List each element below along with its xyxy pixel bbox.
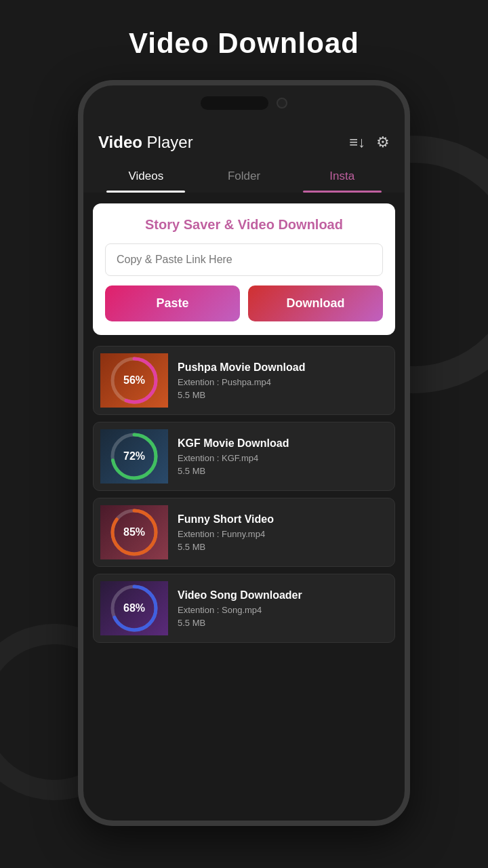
sort-icon[interactable]: ≡↓ [349, 134, 365, 151]
tab-bar: Videos Folder Insta [83, 160, 405, 193]
download-title: Funny Short Video [178, 513, 385, 526]
phone-screen: Video Player ≡↓ ⚙ Videos Folder Insta St… [83, 121, 405, 821]
download-item[interactable]: 68% Video Song Downloader Extention : So… [93, 574, 395, 643]
app-title: Video Player [98, 133, 193, 152]
header-icons: ≡↓ ⚙ [349, 134, 390, 151]
download-item[interactable]: 85% Funny Short Video Extention : Funny.… [93, 498, 395, 567]
download-size: 5.5 MB [178, 466, 385, 476]
page-title: Video Download [129, 27, 359, 60]
app-title-regular: Player [142, 133, 193, 151]
settings-icon[interactable]: ⚙ [376, 134, 390, 151]
download-title: Pushpa Movie Download [178, 361, 385, 374]
app-title-bold: Video [98, 133, 142, 151]
progress-percent: 56% [123, 374, 145, 387]
phone-notch [83, 85, 405, 121]
story-saver-card: Story Saver & Video Download Paste Downl… [93, 203, 395, 335]
download-size: 5.5 MB [178, 542, 385, 552]
download-title: Video Song Downloader [178, 589, 385, 601]
download-extension: Extention : Song.mp4 [178, 605, 385, 615]
paste-link-input[interactable] [105, 243, 383, 276]
download-info: Video Song Downloader Extention : Song.m… [178, 589, 385, 628]
tab-videos[interactable]: Videos [97, 160, 195, 193]
download-extension: Extention : Funny.mp4 [178, 529, 385, 539]
progress-thumb: 56% [100, 353, 168, 408]
download-info: Funny Short Video Extention : Funny.mp4 … [178, 513, 385, 552]
progress-thumb: 72% [100, 429, 168, 484]
paste-button[interactable]: Paste [105, 285, 240, 321]
progress-thumb: 85% [100, 505, 168, 559]
action-buttons: Paste Download [105, 285, 383, 321]
progress-percent: 85% [123, 526, 145, 538]
download-size: 5.5 MB [178, 390, 385, 400]
tab-insta[interactable]: Insta [293, 160, 391, 193]
download-extension: Extention : Pushpa.mp4 [178, 377, 385, 387]
progress-thumb: 68% [100, 581, 168, 635]
notch-pill [201, 96, 268, 110]
download-item[interactable]: 72% KGF Movie Download Extention : KGF.m… [93, 422, 395, 491]
download-info: Pushpa Movie Download Extention : Pushpa… [178, 361, 385, 400]
download-list: 56% Pushpa Movie Download Extention : Pu… [83, 346, 405, 656]
download-info: KGF Movie Download Extention : KGF.mp4 5… [178, 437, 385, 476]
story-title-part1: Story Saver [145, 217, 220, 232]
phone-frame: Video Player ≡↓ ⚙ Videos Folder Insta St… [78, 80, 410, 826]
download-title: KGF Movie Download [178, 437, 385, 450]
notch-camera [277, 98, 287, 108]
download-size: 5.5 MB [178, 618, 385, 628]
download-extension: Extention : KGF.mp4 [178, 453, 385, 463]
tab-folder[interactable]: Folder [195, 160, 293, 193]
download-button[interactable]: Download [248, 285, 383, 321]
progress-percent: 72% [123, 450, 145, 462]
story-title-part2: & Video Download [220, 217, 343, 232]
app-header: Video Player ≡↓ ⚙ [83, 121, 405, 160]
story-card-title: Story Saver & Video Download [105, 217, 383, 233]
progress-percent: 68% [123, 602, 145, 614]
download-item[interactable]: 56% Pushpa Movie Download Extention : Pu… [93, 346, 395, 415]
